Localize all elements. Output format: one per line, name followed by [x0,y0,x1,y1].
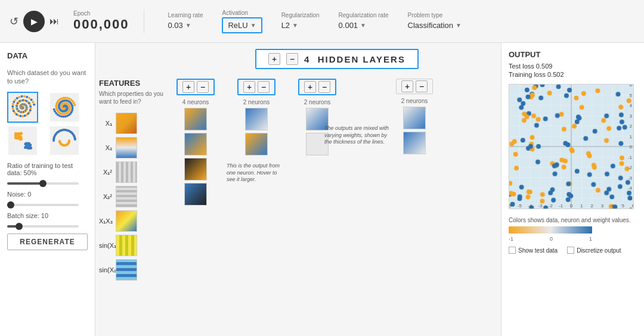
hidden-layers-header-wrapper: + − 4 HIDDEN LAYERS [182,49,491,69]
neuron-4-2[interactable] [403,132,426,154]
discretize-output-check[interactable]: Discretize output [567,247,621,254]
reset-button[interactable]: ↺ [10,15,18,28]
ratio-label: Ratio of training to test data: 50% [7,162,88,176]
color-mid-label: 0 [550,236,553,242]
batch-slider[interactable] [7,225,79,228]
learning-rate-group: Learning rate 0.03 ▼ [168,12,203,31]
feature-x2sq-mini [116,186,137,207]
noise-slider-row: Noise: 0 [7,191,88,206]
layer-4-remove-button[interactable]: − [416,80,428,92]
activation-select[interactable]: ReLU ▼ [222,17,262,33]
layer-3-add-button[interactable]: + [304,81,316,93]
layer-4-add-button[interactable]: + [401,80,413,92]
connections-svg [177,77,497,330]
neuron-1-1[interactable] [184,108,207,130]
dataset-canvas-1 [8,93,37,122]
color-max-label: 1 [589,236,592,242]
ratio-thumb[interactable] [39,180,47,187]
ratio-slider-row: Ratio of training to test data: 50% [7,162,88,185]
hidden-layers-label: HIDDEN LAYERS [318,54,405,64]
batch-slider-row: Batch size: 10 [7,212,88,228]
layer-1-controls: + − [177,79,215,95]
batch-thumb[interactable] [16,223,23,230]
top-bar: ↺ ▶ ⏭ Epoch 000,000 Learning rate 0.03 ▼… [0,0,644,43]
regularization-rate-group: Regularization rate 0.001 ▼ [339,12,389,31]
features-subtitle: Which properties do you want to feed in? [99,90,177,105]
neuron-1-2[interactable] [184,133,207,155]
network-layers: + − 4 neurons + − [177,49,497,330]
feature-x1x2-mini [116,210,137,232]
feature-x1sq-label: X₁² [99,169,112,176]
layer-3: + − 2 neurons The outputs are mixed with… [298,79,336,155]
neuron-4-1[interactable] [403,107,426,129]
scatter-plot [509,84,634,209]
layer-3-controls: + − [298,79,336,95]
feature-x2-label: X₂ [99,144,112,152]
dataset-item-3[interactable] [7,125,38,156]
feature-x1[interactable]: X₁ [99,113,177,134]
layer-1-add-button[interactable]: + [182,81,194,93]
feature-x2sq[interactable]: X₂² [99,186,177,207]
layer-4-controls: + − [396,79,433,94]
problem-type-select[interactable]: Classification ▼ [408,20,462,31]
regenerate-button[interactable]: REGENERATE [7,234,88,250]
color-legend-text: Colors shows data, neuron and weight val… [509,216,637,224]
learning-rate-select[interactable]: 0.03 ▼ [168,20,203,31]
batch-label: Batch size: 10 [7,212,88,219]
discretize-output-label: Discretize output [577,247,621,254]
chevron-down-icon: ▼ [250,22,256,29]
data-title: DATA [7,51,88,60]
regularization-select[interactable]: L2 ▼ [281,20,320,31]
noise-slider[interactable] [7,204,79,206]
dataset-item-1[interactable] [7,92,38,123]
hidden-layers-header: + − 4 HIDDEN LAYERS [255,49,419,69]
feature-sinx1-label: sin(X₁) [99,242,112,250]
features-title: FEATURES [99,79,177,88]
epoch-value: 000,000 [73,17,129,32]
epoch-label: Epoch [73,10,129,17]
output-panel: OUTPUT Test loss 0.509 Training loss 0.5… [501,43,644,336]
regularization-value: L2 [281,21,290,30]
feature-x1sq[interactable]: X₁² [99,161,177,183]
feature-x1x2-label: X₁X₂ [99,217,112,225]
test-loss: Test loss 0.509 [509,63,637,70]
remove-layer-button[interactable]: − [286,53,298,65]
dataset-canvas-3 [8,126,37,155]
ratio-fill [7,182,43,185]
problem-type-group: Problem type Classification ▼ [408,12,462,31]
play-button[interactable]: ▶ [23,11,45,32]
ratio-slider[interactable] [7,182,79,185]
add-layer-button[interactable]: + [268,53,280,65]
layer-3-remove-button[interactable]: − [318,81,330,93]
data-panel: DATA Which dataset do you want to use? R… [0,43,95,336]
neuron-2-1[interactable] [245,108,268,130]
layer-1-neurons [184,108,207,206]
layer-2-remove-button[interactable]: − [258,81,270,93]
show-test-data-check[interactable]: Show test data [509,247,558,254]
step-button[interactable]: ⏭ [49,16,59,27]
activation-label: Activation [222,10,262,16]
feature-sinx1-mini [116,235,137,256]
feature-x2[interactable]: X₂ [99,137,177,158]
neuron-1-4[interactable] [184,183,207,206]
layer-1: + − 4 neurons [177,79,215,206]
problem-type-label: Problem type [408,12,462,18]
discretize-output-checkbox[interactable] [567,247,574,254]
layer-1-remove-button[interactable]: − [197,81,209,93]
show-test-data-checkbox[interactable] [509,247,516,254]
feature-sinx2[interactable]: sin(X₂) [99,259,177,281]
layer-2-add-button[interactable]: + [243,81,255,93]
neuron-2-2[interactable] [245,133,268,155]
dataset-item-2[interactable] [49,92,80,123]
regularization-rate-select[interactable]: 0.001 ▼ [339,20,389,31]
feature-x1-label: X₁ [99,120,112,127]
neuron-1-3[interactable] [184,158,207,181]
layer-4-count: 2 neurons [401,98,428,104]
feature-x1x2[interactable]: X₁X₂ [99,210,177,232]
network-row: FEATURES Which properties do you want to… [99,49,497,330]
feature-sinx1[interactable]: sin(X₁) [99,235,177,256]
noise-thumb[interactable] [7,201,14,209]
learning-rate-value: 0.03 [168,21,183,30]
layer-4: + − 2 neurons [396,79,433,154]
dataset-item-4[interactable] [49,125,80,156]
